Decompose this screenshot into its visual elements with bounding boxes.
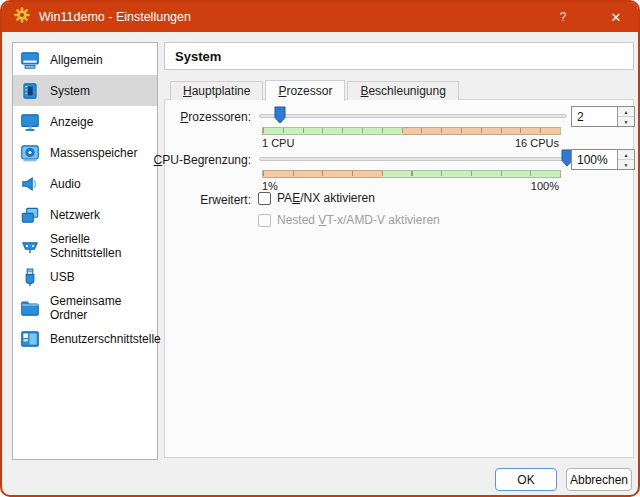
sidebar-item-anzeige[interactable]: Anzeige (13, 106, 157, 137)
sidebar-item-label: Anzeige (50, 115, 93, 129)
close-button[interactable]: ✕ (594, 2, 638, 32)
pae-nx-row: PAE/NX aktivieren (258, 191, 375, 205)
shared-folder-icon (19, 297, 41, 319)
cpu-cap-scale-max: 100% (531, 180, 559, 192)
processor-scale-max: 16 CPUs (515, 137, 559, 149)
cpu-cap-slider[interactable] (259, 149, 567, 169)
sidebar-item-label: Benutzerschnittstelle (50, 332, 161, 346)
sidebar-item-netzwerk[interactable]: Netzwerk (13, 199, 157, 230)
tab-hauptplatine[interactable]: Hauptplatine (170, 81, 263, 100)
help-button[interactable]: ? (541, 2, 585, 32)
spinner-buttons: ▲ ▼ (617, 107, 634, 126)
sidebar-item-gemeinsame-ordner[interactable]: Gemeinsame Ordner (13, 292, 157, 323)
tab-bar: Hauptplatine Prozessor Beschleunigung (164, 80, 461, 101)
page-title-box: System (164, 42, 634, 70)
spinner-buttons: ▲ ▼ (617, 150, 634, 169)
sidebar-item-label: Netzwerk (50, 208, 100, 222)
cpu-cap-scale-bar (262, 170, 561, 178)
usb-icon (19, 266, 41, 288)
nested-vtx-row: Nested VT-x/AMD-V aktivieren (258, 213, 440, 227)
spinner-up-button[interactable]: ▲ (618, 150, 634, 160)
ok-button[interactable]: OK (495, 468, 557, 491)
cpu-cap-value: 100% (572, 150, 617, 169)
display-icon (19, 111, 41, 133)
tab-panel-prozessor: Prozessoren: 2 ▲ ▼ 1 CPU 16 CPUs CPU-Beg… (164, 99, 634, 458)
processor-count-value: 2 (572, 107, 617, 126)
sidebar-item-label: USB (50, 270, 75, 284)
tab-prozessor[interactable]: Prozessor (265, 80, 345, 101)
sidebar-item-label: Gemeinsame Ordner (50, 294, 157, 322)
pae-nx-checkbox[interactable] (258, 192, 271, 205)
sidebar-item-allgemein[interactable]: Allgemein (13, 44, 157, 75)
sidebar-item-label: System (50, 84, 90, 98)
cpu-cap-spinner[interactable]: 100% ▲ ▼ (571, 149, 635, 170)
pae-nx-checkbox-label: PAE/NX aktivieren (277, 191, 375, 205)
sidebar-item-audio[interactable]: Audio (13, 168, 157, 199)
hard-disk-icon (19, 142, 41, 164)
sidebar-item-system[interactable]: System (13, 75, 157, 106)
app-gear-icon (14, 7, 30, 27)
nested-vtx-checkbox[interactable] (258, 214, 271, 227)
page-title: System (175, 49, 221, 64)
user-interface-icon (19, 328, 41, 350)
sidebar-item-usb[interactable]: USB (13, 261, 157, 292)
processor-scale-min: 1 CPU (262, 137, 294, 149)
sidebar-item-label: Massenspeicher (50, 146, 137, 160)
processor-scale-bar (262, 127, 561, 135)
settings-window: Win11demo - Einstellungen ? ✕ Allgemein … (0, 0, 640, 497)
sidebar-item-benutzerschnittstelle[interactable]: Benutzerschnittstelle (13, 323, 157, 354)
serial-port-icon (19, 235, 41, 257)
spinner-up-button[interactable]: ▲ (618, 107, 634, 117)
slider-track (259, 114, 567, 118)
sidebar-item-label: Allgemein (50, 53, 103, 67)
cancel-button[interactable]: Abbrechen (566, 468, 632, 491)
network-icon (19, 204, 41, 226)
cpu-cap-label: CPU-Begrenzung: (154, 153, 251, 167)
speaker-icon (19, 173, 41, 195)
scale-ticks (263, 171, 560, 176)
sidebar: Allgemein System Anzeige Massenspeicher … (12, 42, 158, 460)
spinner-down-button[interactable]: ▼ (618, 160, 634, 169)
slider-track (259, 157, 567, 161)
nested-vtx-checkbox-label: Nested VT-x/AMD-V aktivieren (277, 213, 440, 227)
tab-beschleunigung[interactable]: Beschleunigung (347, 81, 458, 100)
general-icon (19, 49, 41, 71)
advanced-label: Erweitert: (200, 193, 251, 207)
chip-icon (19, 80, 41, 102)
processor-count-slider[interactable] (259, 106, 567, 126)
titlebar: Win11demo - Einstellungen ? ✕ (2, 2, 638, 32)
processor-count-label: Prozessoren: (180, 110, 251, 124)
sidebar-item-label: Serielle Schnittstellen (50, 232, 157, 260)
spinner-down-button[interactable]: ▼ (618, 117, 634, 126)
processor-slider-handle[interactable] (274, 106, 286, 124)
window-title: Win11demo - Einstellungen (39, 10, 191, 24)
sidebar-item-label: Audio (50, 177, 81, 191)
sidebar-item-massenspeicher[interactable]: Massenspeicher (13, 137, 157, 168)
processor-count-spinner[interactable]: 2 ▲ ▼ (571, 106, 635, 127)
scale-ticks (263, 128, 560, 133)
sidebar-item-serielle-schnittstellen[interactable]: Serielle Schnittstellen (13, 230, 157, 261)
